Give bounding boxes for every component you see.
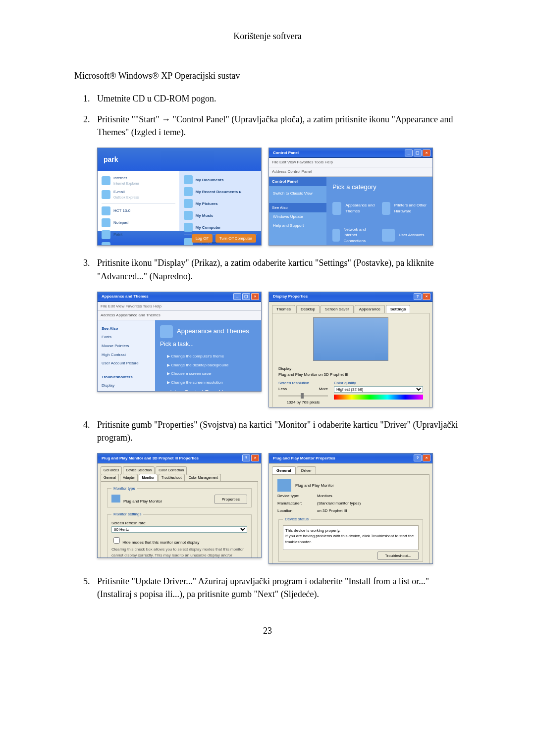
sm-email[interactable]: E-mailOutlook Express [102,188,175,202]
task-ss[interactable]: ▶ Choose a screen saver [167,371,256,377]
screenshot-display-properties: Display Properties?× Themes Desktop Scre… [268,292,433,407]
at-pointers[interactable]: Mouse Pointers [102,342,151,351]
at-address[interactable]: Address Appearance and Themes [98,311,261,320]
tab-geforce[interactable]: GeForce3 [101,466,122,474]
at-pick-task: Pick a task... [160,340,256,349]
help-icon[interactable]: ? [414,454,422,461]
tab-adapter[interactable]: Adapter [120,474,138,481]
tab-colormgmt[interactable]: Color Management [186,474,221,481]
step-1: Umetnite CD u CD-ROM pogon. [92,92,461,105]
at-contrast[interactable]: High Contrast [102,351,151,359]
tab-general[interactable]: General [272,466,296,475]
min-icon[interactable]: _ [233,293,241,300]
dp-res-label: Screen resolution [278,380,328,386]
at-seealso: See Also [102,324,151,333]
status-textbox: This device is working properly. If you … [283,525,419,550]
hide-modes-checkbox[interactable] [113,537,120,544]
task-theme[interactable]: ▶ Change the computer's theme [167,353,256,359]
screenshot-start-menu: park InternetInternet Explorer E-mailOut… [97,148,262,246]
cp-side-header: Control Panel [269,177,326,187]
help-icon[interactable]: ? [242,454,250,461]
tab-ss[interactable]: Screen Saver [321,305,353,313]
res-slider[interactable] [278,395,328,397]
step-4: Pritisnite gumb "Properties" (Svojstva) … [92,418,461,444]
tab-general[interactable]: General [101,474,119,481]
cat-users[interactable]: User Accounts [382,227,427,244]
printer-icon [382,202,390,215]
at-or-pick: or pick a Control Panel icon [160,389,256,392]
cat-appearance[interactable]: Appearance and Themes [332,202,377,215]
close-icon[interactable]: × [251,293,259,300]
cp-see-help[interactable]: Help and Support [273,221,322,230]
start-button[interactable]: start [98,245,127,246]
close-icon[interactable]: × [423,293,430,300]
tab-appear[interactable]: Appearance [355,305,385,313]
monitor-name: Plug and Play Monitor [123,499,162,504]
appearance-icon [160,325,173,338]
min-icon[interactable]: _ [405,150,413,156]
refresh-select[interactable]: 60 Hertz [111,526,247,533]
page-number: 23 [74,624,461,637]
at-fonts[interactable]: Fonts [102,333,151,342]
network-icon [332,229,340,242]
troubleshoot-button[interactable]: Troubleshoot... [377,552,419,560]
sm-mycomp[interactable]: My Computer [184,221,258,233]
cp-address[interactable]: Address Control Panel [269,167,432,177]
tab-devsel[interactable]: Device Selection [123,466,155,474]
res-more: More [319,386,328,392]
screenshot-control-panel: Control Panel _▢× File Edit View Favorit… [268,148,433,246]
sm-mydocs[interactable]: My Documents [184,174,258,186]
monitor-icon [277,479,291,492]
task-bg[interactable]: ▶ Change the desktop background [167,362,256,368]
color-quality-select[interactable]: Highest (32 bit) [334,386,423,393]
turnoff-button[interactable]: Turn Off Computer [215,234,256,243]
logoff-button[interactable]: Log Off [192,234,213,243]
step-list-3: Pritisnite ikonu "Display" (Prikaz), a z… [74,256,461,282]
close-icon[interactable]: × [251,454,259,461]
sm-paint[interactable]: Paint [102,229,175,241]
tab-colorcorr[interactable]: Color Correction [156,466,187,474]
tab-trouble[interactable]: Troubleshoot [159,474,185,481]
cp-see-wu[interactable]: Windows Update [273,212,322,221]
tab-settings[interactable]: Settings [386,305,411,313]
screenshot-monitor-properties: Plug and Play Monitor and 3D Prophet III… [97,453,262,558]
cp-switch-view[interactable]: Switch to Classic View [273,189,322,198]
hide-help-text: Clearing this check box allows you to se… [111,547,247,558]
sm-recent[interactable]: My Recent Documents ▸ [184,186,258,198]
at-uapic[interactable]: User Account Picture [102,359,151,368]
dp-color-label: Color quality [334,380,423,386]
properties-button[interactable]: Properties [214,495,247,504]
tab-driver[interactable]: Driver [297,466,316,475]
computer-icon [184,223,193,232]
tab-desktop[interactable]: Desktop [296,305,320,313]
pnp-name: Plug and Play Monitor [295,483,334,489]
at-ts-display[interactable]: Display [102,381,151,390]
sm-internet[interactable]: InternetInternet Explorer [102,174,175,188]
close-icon[interactable]: × [423,454,430,461]
max-icon[interactable]: ▢ [242,293,250,300]
dp-title: Display Properties [273,294,308,300]
cat-printers[interactable]: Printers and Other Hardware [382,202,427,215]
screenshot-appearance-themes: Appearance and Themes_▢× File Edit View … [97,292,262,392]
chapter-header: Korištenje softvera [74,30,461,43]
cat-network[interactable]: Network and Internet Connections [332,227,377,244]
tab-monitor[interactable]: Monitor [139,474,158,481]
max-icon[interactable]: ▢ [414,150,422,156]
sm-mymusic[interactable]: My Music [184,209,258,221]
at-ts-sound[interactable]: Sound [102,390,151,392]
cp-pick-category: Pick a category [332,183,427,192]
tab-themes[interactable]: Themes [272,305,295,313]
sm-mypics[interactable]: My Pictures [184,198,258,209]
close-icon[interactable]: × [423,150,430,156]
folder-icon [184,175,193,184]
display-icon [332,202,341,215]
sm-hct[interactable]: HCT 10.0 [102,205,175,217]
sm-notepad[interactable]: Notepad [102,217,175,229]
task-res[interactable]: ▶ Change the screen resolution [167,380,256,386]
dp-preview [313,317,388,361]
screenshot-pnp-monitor-general: Plug and Play Monitor Properties?× Gener… [268,453,433,564]
sm-wmp[interactable]: Windows Media Player [102,241,175,246]
help-icon[interactable]: ? [414,293,422,300]
step-5: Pritisnite "Update Driver..." Ažuriraj u… [92,575,461,601]
step-2: Pritisnite ""Start" → "Control Panel" (U… [92,113,461,139]
